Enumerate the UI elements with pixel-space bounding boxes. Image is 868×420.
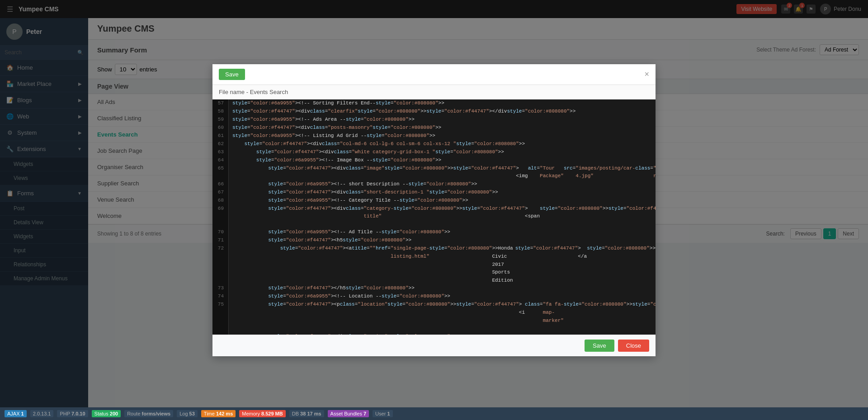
code-line: 65 style="color:#f44747"><div class="ima… <box>212 165 656 180</box>
code-line: 69 style="color:#f44747"><div class="cat… <box>212 205 656 229</box>
line-number: 57 <box>212 99 229 108</box>
line-content: style="color:#6a9955"><!-- Category Titl… <box>229 197 468 205</box>
modal-footer-save-button[interactable]: Save <box>585 340 614 352</box>
line-content: style="color:#f44747"><h5 <box>229 236 343 245</box>
code-line: 72 style="color:#f44747"><a title="" hre… <box>212 245 656 284</box>
modal-body: 57 style="color:#6a9955"><!-- Sorting Fi… <box>212 99 656 335</box>
code-line: 73 style="color:#f44747"></h5style="colo… <box>212 284 656 293</box>
line-content: style="color:#f44747"><div <box>229 333 346 335</box>
line-content: style="color:#f44747"><p <box>229 301 340 332</box>
debug-php: PHP 7.0.10 <box>57 410 88 417</box>
debug-ajax: AJAX 1 <box>5 410 27 417</box>
code-line: 68 style="color:#6a9955"><!-- Category T… <box>212 197 656 205</box>
line-number: 59 <box>212 116 229 124</box>
code-line: 57 style="color:#6a9955"><!-- Sorting Fi… <box>212 99 656 108</box>
line-number: 74 <box>212 293 229 301</box>
debug-status: Status 200 <box>92 410 121 417</box>
line-number: 76 <box>212 333 229 335</box>
line-number: 68 <box>212 197 229 205</box>
modal-header: Save × <box>212 64 656 85</box>
code-line: 67 style="color:#f44747"><div class="sho… <box>212 189 656 197</box>
modal-footer: Save Close <box>212 335 656 356</box>
line-number: 62 <box>212 140 229 148</box>
code-line: 59 style="color:#6a9955"><!-- Ads Area -… <box>212 116 656 124</box>
code-line: 60 style="color:#f44747"><div class="pos… <box>212 124 656 132</box>
line-content: style="color:#6a9955"><!-- Sorting Filte… <box>229 99 444 108</box>
modal-header-save-button[interactable]: Save <box>219 69 245 80</box>
debug-bar: AJAX 1 2.0.13.1 PHP 7.0.10 Status 200 Ro… <box>0 407 868 420</box>
code-line: 61 style="color:#6a9955"><!-- Listing Ad… <box>212 132 656 140</box>
line-number: 72 <box>212 245 229 284</box>
debug-version: 2.0.13.1 <box>30 410 54 417</box>
line-number: 75 <box>212 301 229 332</box>
code-line: 66 style="color:#6a9955"><!-- short Desc… <box>212 180 656 189</box>
line-number: 58 <box>212 108 229 116</box>
code-line: 76 style="color:#f44747"><div class="rat… <box>212 333 656 335</box>
line-content: style="color:#f44747"><div <box>229 108 310 116</box>
code-line: 62 style="color:#f44747"><div class="col… <box>212 140 656 148</box>
line-number: 65 <box>212 165 229 180</box>
line-number: 61 <box>212 132 229 140</box>
line-number: 69 <box>212 205 229 229</box>
line-content: style="color:#f44747"><div <box>229 205 346 229</box>
debug-assets: Asset Bundles 7 <box>328 410 369 417</box>
debug-time: Time 142 ms <box>201 410 236 417</box>
line-number: 71 <box>212 236 229 245</box>
code-line: 64 style="color:#6a9955"><!-- Image Box … <box>212 156 656 165</box>
line-content: style="color:#f44747"></h5 <box>229 284 346 293</box>
code-line: 71 style="color:#f44747"><h5style="color… <box>212 236 656 245</box>
modal-overlay: Save × File name - Events Search 57 styl… <box>0 0 868 420</box>
line-number: 63 <box>212 148 229 156</box>
line-content: style="color:#6a9955"><!-- Location --st… <box>229 293 450 301</box>
line-content: style="color:#6a9955"><!-- Image Box --s… <box>229 156 441 165</box>
debug-memory: Memory 8.529 MB <box>239 410 285 417</box>
line-content: style="color:#6a9955"><!-- Ads Area --st… <box>229 116 415 124</box>
line-number: 70 <box>212 228 229 236</box>
line-number: 66 <box>212 180 229 189</box>
line-number: 64 <box>212 156 229 165</box>
line-number: 67 <box>212 189 229 197</box>
code-line: 74 style="color:#6a9955"><!-- Location -… <box>212 293 656 301</box>
modal-dialog: Save × File name - Events Search 57 styl… <box>212 64 656 356</box>
line-content: style="color:#f44747"><a <box>229 245 352 284</box>
code-line: 63 style="color:#f44747"><div class="whi… <box>212 148 656 156</box>
line-content: style="color:#f44747"><div <box>229 148 334 156</box>
line-content: style="color:#6a9955"><!-- Ad Title --st… <box>229 228 450 236</box>
debug-user: User 1 <box>373 410 392 417</box>
modal-footer-close-button[interactable]: Close <box>618 340 649 352</box>
line-content: style="color:#f44747"><div <box>229 165 346 180</box>
debug-db: DB 38 17 ms <box>289 410 324 417</box>
line-content: style="color:#f44747"><div <box>229 189 346 197</box>
line-content: style="color:#6a9955"><!-- Listing Ad Gr… <box>229 132 435 140</box>
modal-close-button[interactable]: × <box>644 70 649 78</box>
modal-filename: File name - Events Search <box>212 85 656 99</box>
line-content: style="color:#f44747"><div <box>229 140 322 148</box>
line-number: 60 <box>212 124 229 132</box>
code-line: 75 style="color:#f44747"><p class="locat… <box>212 301 656 332</box>
code-line: 58 style="color:#f44747"><div class="cle… <box>212 108 656 116</box>
line-content: style="color:#f44747"><div <box>229 124 310 132</box>
code-line: 70 style="color:#6a9955"><!-- Ad Title -… <box>212 228 656 236</box>
debug-route: Route forms/views <box>124 410 173 417</box>
line-content: style="color:#6a9955"><!-- short Descrip… <box>229 180 477 189</box>
code-editor[interactable]: 57 style="color:#6a9955"><!-- Sorting Fi… <box>212 99 656 335</box>
line-number: 73 <box>212 284 229 293</box>
debug-log: Log 53 <box>177 410 198 417</box>
